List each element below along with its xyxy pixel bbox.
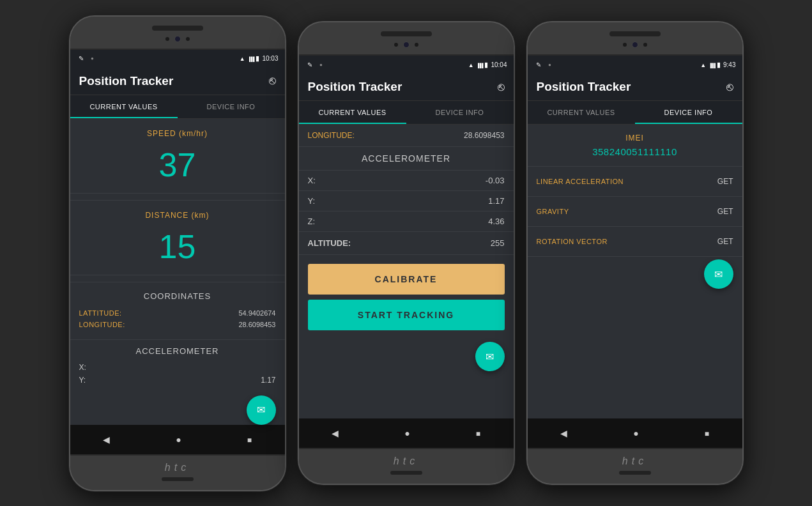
mic-2 [390,471,422,475]
longitude-value-1: 28.6098453 [238,321,275,328]
phone-2: 10:04 Position Tracker ⎋ CURRENT VALUES … [298,21,515,485]
imei-label: IMEI [537,134,733,142]
mail-icon-2 [486,350,494,364]
coordinates-title: COORDINATES [79,291,276,301]
exit-icon-1[interactable]: ⎋ [269,74,276,88]
tab-current-values-1[interactable]: CURRENT VALUES [70,95,178,118]
phone-3-screen: 9:43 Position Tracker ⎋ CURRENT VALUES D… [528,56,742,448]
battery-icon-2 [484,61,488,69]
get-btn-gravity[interactable]: GET [717,207,733,216]
distance-label: DISTANCE (km) [70,201,285,225]
screen-content-3: IMEI 358240051111110 LINEAR ACCELERATION… [528,125,742,418]
longitude-label-1: LONGITUDE: [79,321,125,328]
camera-1 [174,36,181,42]
accel-x-row-1: X: [79,361,276,374]
longitude-row-1: LONGITUDE: 28.6098453 [79,319,276,330]
latitude-value: 54.9402674 [238,309,275,317]
camera-row-2 [394,42,418,48]
app-header-3: Position Tracker ⎋ [528,73,742,101]
status-left-3 [534,60,555,69]
camera-row-1 [165,36,190,42]
status-right-2: 10:04 [468,61,507,69]
sensor-label-linear: LINEAR ACCELERATION [537,178,624,185]
start-tracking-button[interactable]: START TRACKING [308,300,505,330]
fab-3[interactable] [704,259,733,289]
tab-device-info-3[interactable]: DEVICE INFO [635,101,742,124]
nav-home-1[interactable] [176,434,181,445]
fab-area-3 [528,257,742,289]
accel-y-value-1: 1.17 [261,376,275,385]
nav-square-3[interactable] [705,427,709,439]
status-bar-3: 9:43 [528,56,742,73]
accel-header-2: ACCELEROMETER [299,147,514,171]
tab-current-values-2[interactable]: CURRENT VALUES [299,101,406,124]
tab-device-info-1[interactable]: DEVICE INFO [178,95,285,118]
mail-icon-3 [714,268,723,281]
signal-icon-1 [248,55,254,62]
imei-value: 358240051111110 [537,146,733,157]
accel-z-row-2: Z: 4.36 [299,211,514,232]
mic-3 [619,471,651,475]
nav-back-3[interactable] [560,427,567,439]
nav-square-1[interactable] [247,434,252,445]
screen-content-1: SPEED (km/hr) 37 DISTANCE (km) 15 COORDI… [70,119,285,425]
status-right-1: 10:03 [240,54,279,63]
screen-content-2: LONGITUDE: 28.6098453 ACCELEROMETER X: -… [299,125,514,418]
sensor-label-gravity: GRAVITY [537,208,569,215]
accel-y-label-2: Y: [308,196,316,206]
status-bar-2: 10:04 [299,56,514,73]
time-2: 10:04 [491,61,507,68]
alt-label-2: ALTITUDE: [308,238,351,248]
camera-row-3 [623,42,647,48]
app-title-1: Position Tracker [79,74,174,88]
alt-value-2: 255 [491,238,505,248]
app-header-2: Position Tracker ⎋ [299,73,514,101]
sensor-row-gravity: GRAVITY GET [528,197,742,227]
exit-icon-3[interactable]: ⎋ [726,80,733,94]
sensor-2 [186,37,190,41]
accel-x-label-1: X: [79,363,86,372]
speed-label: SPEED (km/hr) [70,119,285,143]
phone-2-top [299,22,514,56]
accel-z-value-2: 4.36 [488,217,504,226]
tab-current-values-3[interactable]: CURRENT VALUES [528,101,635,124]
exit-icon-2[interactable]: ⎋ [498,80,505,94]
latitude-label: LATTITUDE: [79,309,122,317]
app-title-2: Position Tracker [308,80,402,94]
phone-3-top [528,22,742,56]
long-label-2: LONGITUDE: [308,131,355,140]
wifi-icon-3 [700,61,706,68]
sensor-label-rotation: ROTATION VECTOR [537,238,608,245]
camera-3 [632,42,638,48]
sensor-1 [165,37,169,41]
tab-device-info-2[interactable]: DEVICE INFO [406,101,514,124]
phone-1-bottom: htc [70,454,285,490]
fab-2[interactable] [475,342,505,371]
dot-icon-1 [88,54,97,63]
get-btn-rotation[interactable]: GET [717,237,733,246]
speaker-3 [609,31,661,36]
sensor-6 [643,43,647,47]
calibrate-button[interactable]: CALIBRATE [308,264,505,295]
nav-home-3[interactable] [633,427,638,439]
pencil-icon-2 [305,60,314,69]
nav-back-2[interactable] [332,427,339,439]
nav-square-2[interactable] [476,427,480,439]
time-1: 10:03 [262,55,278,62]
fab-1[interactable] [247,395,276,425]
htc-logo-3: htc [622,456,647,467]
accel-y-row-1: Y: 1.17 [79,374,276,387]
fab-area-2 [299,339,514,371]
longitude-row-2: LONGITUDE: 28.6098453 [299,125,514,147]
phones-container: 10:03 Position Tracker ⎋ CURRENT VALUES … [69,15,744,491]
pencil-icon-3 [534,60,543,69]
get-btn-linear[interactable]: GET [717,177,733,186]
battery-icon-3 [717,61,721,69]
speaker-1 [152,26,203,31]
long-value-2: 28.6098453 [464,131,504,140]
nav-home-2[interactable] [404,427,410,439]
phone-1-screen: 10:03 Position Tracker ⎋ CURRENT VALUES … [70,50,285,454]
accel-y-label-1: Y: [79,376,86,385]
nav-back-1[interactable] [103,434,110,445]
nav-bar-2 [299,418,514,448]
